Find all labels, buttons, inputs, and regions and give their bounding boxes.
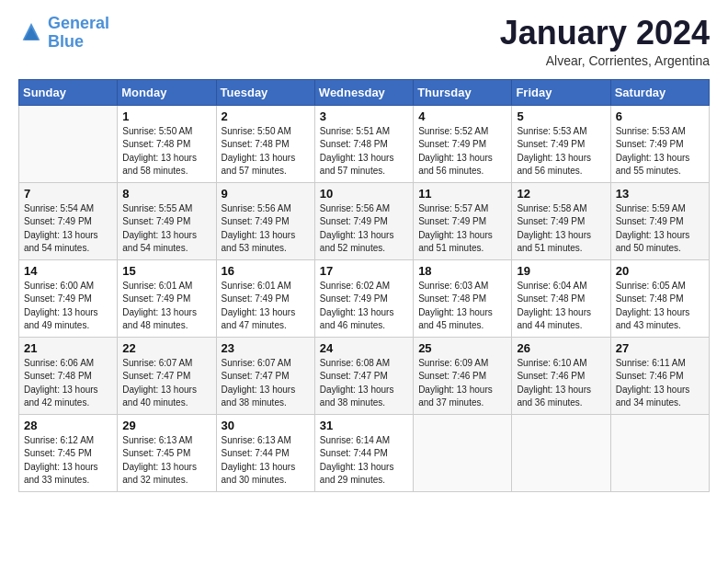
day-info: Sunrise: 6:14 AMSunset: 7:44 PMDaylight:…: [320, 434, 408, 488]
day-number: 21: [24, 341, 112, 355]
table-row: 24Sunrise: 6:08 AMSunset: 7:47 PMDayligh…: [314, 337, 413, 414]
day-info: Sunrise: 6:08 AMSunset: 7:47 PMDaylight:…: [320, 357, 408, 410]
table-row: 2Sunrise: 5:50 AMSunset: 7:48 PMDaylight…: [216, 105, 314, 182]
table-row: [414, 414, 512, 491]
table-row: 25Sunrise: 6:09 AMSunset: 7:46 PMDayligh…: [414, 337, 512, 414]
day-info: Sunrise: 5:55 AMSunset: 7:49 PMDaylight:…: [122, 202, 210, 256]
calendar-week-row: 1Sunrise: 5:50 AMSunset: 7:48 PMDaylight…: [19, 105, 710, 182]
day-number: 13: [616, 187, 704, 201]
day-number: 1: [122, 109, 210, 123]
day-info: Sunrise: 6:02 AMSunset: 7:49 PMDaylight:…: [320, 280, 408, 333]
location-subtitle: Alvear, Corrientes, Argentina: [500, 53, 710, 68]
day-info: Sunrise: 5:51 AMSunset: 7:48 PMDaylight:…: [320, 125, 408, 178]
table-row: 14Sunrise: 6:00 AMSunset: 7:49 PMDayligh…: [19, 259, 118, 337]
header-wednesday: Wednesday: [314, 79, 413, 105]
calendar-table: Sunday Monday Tuesday Wednesday Thursday…: [18, 79, 710, 492]
calendar-week-row: 14Sunrise: 6:00 AMSunset: 7:49 PMDayligh…: [19, 259, 710, 337]
table-row: 30Sunrise: 6:13 AMSunset: 7:44 PMDayligh…: [216, 414, 314, 491]
table-row: [610, 414, 709, 491]
day-number: 26: [517, 341, 605, 355]
table-row: 26Sunrise: 6:10 AMSunset: 7:46 PMDayligh…: [512, 337, 610, 414]
day-info: Sunrise: 6:01 AMSunset: 7:49 PMDaylight:…: [222, 280, 310, 333]
header-thursday: Thursday: [414, 79, 512, 105]
day-info: Sunrise: 6:00 AMSunset: 7:49 PMDaylight:…: [24, 280, 112, 333]
day-info: Sunrise: 5:59 AMSunset: 7:49 PMDaylight:…: [616, 202, 704, 256]
calendar-week-row: 21Sunrise: 6:06 AMSunset: 7:48 PMDayligh…: [19, 337, 710, 414]
logo-general: General: [48, 14, 109, 32]
table-row: 1Sunrise: 5:50 AMSunset: 7:48 PMDaylight…: [118, 105, 216, 182]
table-row: 28Sunrise: 6:12 AMSunset: 7:45 PMDayligh…: [19, 414, 118, 491]
table-row: 19Sunrise: 6:04 AMSunset: 7:48 PMDayligh…: [512, 259, 610, 337]
day-number: 2: [222, 109, 310, 123]
table-row: 22Sunrise: 6:07 AMSunset: 7:47 PMDayligh…: [118, 337, 216, 414]
day-number: 18: [418, 264, 506, 278]
table-row: 27Sunrise: 6:11 AMSunset: 7:46 PMDayligh…: [610, 337, 709, 414]
page: General Blue January 2024 Alvear, Corrie…: [0, 0, 728, 507]
day-info: Sunrise: 5:56 AMSunset: 7:49 PMDaylight:…: [320, 202, 408, 256]
day-info: Sunrise: 6:11 AMSunset: 7:46 PMDaylight:…: [616, 357, 704, 410]
header-friday: Friday: [512, 79, 610, 105]
table-row: 8Sunrise: 5:55 AMSunset: 7:49 PMDaylight…: [118, 182, 216, 259]
header-saturday: Saturday: [610, 79, 709, 105]
table-row: 31Sunrise: 6:14 AMSunset: 7:44 PMDayligh…: [314, 414, 413, 491]
day-info: Sunrise: 6:13 AMSunset: 7:45 PMDaylight:…: [122, 434, 210, 488]
day-number: 8: [122, 187, 210, 201]
day-number: 6: [616, 109, 704, 123]
calendar-week-row: 7Sunrise: 5:54 AMSunset: 7:49 PMDaylight…: [19, 182, 710, 259]
day-number: 10: [320, 187, 408, 201]
header-monday: Monday: [118, 79, 216, 105]
day-info: Sunrise: 5:53 AMSunset: 7:49 PMDaylight:…: [517, 125, 605, 178]
day-number: 22: [122, 341, 210, 355]
table-row: 9Sunrise: 5:56 AMSunset: 7:49 PMDaylight…: [216, 182, 314, 259]
header-tuesday: Tuesday: [216, 79, 314, 105]
day-info: Sunrise: 5:50 AMSunset: 7:48 PMDaylight:…: [122, 125, 210, 178]
table-row: 4Sunrise: 5:52 AMSunset: 7:49 PMDaylight…: [414, 105, 512, 182]
day-info: Sunrise: 5:54 AMSunset: 7:49 PMDaylight:…: [24, 202, 112, 256]
table-row: 18Sunrise: 6:03 AMSunset: 7:48 PMDayligh…: [414, 259, 512, 337]
day-number: 27: [616, 341, 704, 355]
logo: General Blue: [18, 15, 109, 52]
day-info: Sunrise: 6:10 AMSunset: 7:46 PMDaylight:…: [517, 357, 605, 410]
table-row: 6Sunrise: 5:53 AMSunset: 7:49 PMDaylight…: [610, 105, 709, 182]
day-number: 5: [517, 109, 605, 123]
day-number: 12: [517, 187, 605, 201]
day-number: 4: [418, 109, 506, 123]
calendar-week-row: 28Sunrise: 6:12 AMSunset: 7:45 PMDayligh…: [19, 414, 710, 491]
day-info: Sunrise: 6:13 AMSunset: 7:44 PMDaylight:…: [222, 434, 310, 488]
month-title: January 2024: [500, 15, 710, 52]
day-info: Sunrise: 5:57 AMSunset: 7:49 PMDaylight:…: [418, 202, 506, 256]
day-number: 24: [320, 341, 408, 355]
table-row: 21Sunrise: 6:06 AMSunset: 7:48 PMDayligh…: [19, 337, 118, 414]
day-number: 19: [517, 264, 605, 278]
day-info: Sunrise: 6:07 AMSunset: 7:47 PMDaylight:…: [122, 357, 210, 410]
day-number: 30: [222, 419, 310, 432]
day-info: Sunrise: 6:09 AMSunset: 7:46 PMDaylight:…: [418, 357, 506, 410]
day-number: 25: [418, 341, 506, 355]
table-row: 10Sunrise: 5:56 AMSunset: 7:49 PMDayligh…: [314, 182, 413, 259]
day-number: 28: [24, 419, 112, 432]
day-number: 3: [320, 109, 408, 123]
day-info: Sunrise: 6:03 AMSunset: 7:48 PMDaylight:…: [418, 280, 506, 333]
day-number: 29: [122, 419, 210, 432]
header: General Blue January 2024 Alvear, Corrie…: [18, 15, 710, 68]
calendar-header-row: Sunday Monday Tuesday Wednesday Thursday…: [19, 79, 710, 105]
table-row: 12Sunrise: 5:58 AMSunset: 7:49 PMDayligh…: [512, 182, 610, 259]
table-row: 29Sunrise: 6:13 AMSunset: 7:45 PMDayligh…: [118, 414, 216, 491]
table-row: 23Sunrise: 6:07 AMSunset: 7:47 PMDayligh…: [216, 337, 314, 414]
day-number: 31: [320, 419, 408, 432]
table-row: 20Sunrise: 6:05 AMSunset: 7:48 PMDayligh…: [610, 259, 709, 337]
day-info: Sunrise: 6:07 AMSunset: 7:47 PMDaylight:…: [222, 357, 310, 410]
title-block: January 2024 Alvear, Corrientes, Argenti…: [500, 15, 710, 68]
day-info: Sunrise: 6:06 AMSunset: 7:48 PMDaylight:…: [24, 357, 112, 410]
logo-blue: Blue: [48, 32, 84, 51]
table-row: 7Sunrise: 5:54 AMSunset: 7:49 PMDaylight…: [19, 182, 118, 259]
table-row: [512, 414, 610, 491]
table-row: 17Sunrise: 6:02 AMSunset: 7:49 PMDayligh…: [314, 259, 413, 337]
day-info: Sunrise: 5:53 AMSunset: 7:49 PMDaylight:…: [616, 125, 704, 178]
day-number: 17: [320, 264, 408, 278]
day-number: 16: [222, 264, 310, 278]
day-number: 7: [24, 187, 112, 201]
day-info: Sunrise: 5:56 AMSunset: 7:49 PMDaylight:…: [222, 202, 310, 256]
day-number: 23: [222, 341, 310, 355]
table-row: [19, 105, 118, 182]
